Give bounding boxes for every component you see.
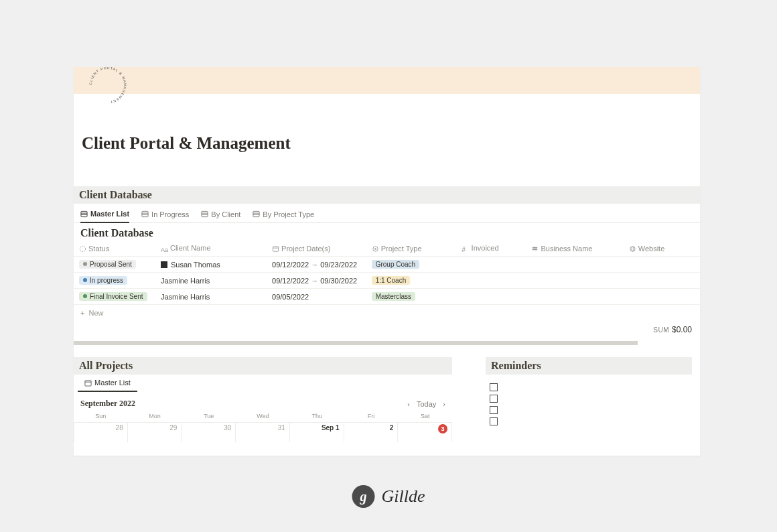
- table-icon: [201, 210, 208, 218]
- svg-text:CLIENT PORTAL & MANAGEMENT: CLIENT PORTAL & MANAGEMENT: [88, 67, 127, 105]
- table-header-row: StatusAaClient NameProject Date(s)Projec…: [74, 241, 700, 257]
- calendar-icon: [84, 379, 92, 387]
- page-title: Client Portal & Management: [82, 134, 700, 153]
- col-project-type[interactable]: Project Type: [366, 241, 457, 257]
- calendar-month-label: September 2022: [80, 399, 135, 409]
- new-row-button[interactable]: + New: [74, 305, 700, 321]
- watermark-text: Gillde: [382, 486, 425, 507]
- client-name-cell[interactable]: Susan Thomas: [155, 257, 267, 273]
- horizontal-scrollbar[interactable]: [74, 341, 638, 345]
- status-badge: Final Invoice Sent: [79, 292, 147, 301]
- table-icon: [80, 210, 88, 218]
- col-status[interactable]: Status: [74, 241, 155, 257]
- svg-rect-10: [253, 211, 259, 216]
- calendar-prev-button[interactable]: ‹: [407, 400, 410, 408]
- db-tab-in-progress[interactable]: In Progress: [141, 206, 189, 222]
- dow-label: Thu: [290, 411, 344, 422]
- column-icon: [79, 245, 86, 253]
- col-project-date-s-[interactable]: Project Date(s): [267, 241, 366, 257]
- page-icon: [161, 261, 167, 268]
- db-tab-master-list[interactable]: Master List: [80, 206, 129, 223]
- table-row[interactable]: In progressJasmine Harris09/12/2022→09/3…: [74, 273, 700, 289]
- client-name-cell[interactable]: Jasmine Harris: [155, 289, 267, 305]
- watermark-badge: g: [352, 485, 375, 508]
- svg-rect-1: [81, 211, 87, 216]
- calendar-next-button[interactable]: ›: [443, 400, 445, 408]
- calendar-today-button[interactable]: Today: [417, 400, 436, 408]
- table-icon: [141, 210, 149, 218]
- col-invoiced[interactable]: #Invoiced: [457, 241, 526, 257]
- client-name-cell[interactable]: Jasmine Harris: [155, 273, 267, 289]
- dow-label: Sun: [74, 411, 128, 422]
- client-database-section: Client Database Master ListIn ProgressBy…: [74, 186, 700, 345]
- reminder-checkbox[interactable]: [490, 395, 498, 403]
- project-type-badge: 1:1 Coach: [372, 276, 411, 285]
- svg-point-17: [374, 248, 376, 249]
- all-projects-section: All Projects Master List September 2022 …: [74, 357, 452, 442]
- column-icon: [629, 245, 636, 253]
- section-header-client-db: Client Database: [74, 186, 700, 204]
- col-client-name[interactable]: AaClient Name: [155, 241, 267, 257]
- calendar-day-cell[interactable]: Sep 1: [290, 422, 344, 442]
- calendar-day-cell[interactable]: 28: [74, 422, 128, 442]
- section-header-projects: All Projects: [74, 357, 452, 375]
- dow-label: Sat: [398, 411, 452, 422]
- client-table: StatusAaClient NameProject Date(s)Projec…: [74, 241, 700, 305]
- calendar-day-cell[interactable]: 30: [182, 422, 236, 442]
- logo-badge: CLIENT PORTAL & MANAGEMENT: [87, 67, 129, 106]
- date-cell[interactable]: 09/05/2022: [267, 289, 366, 305]
- date-cell[interactable]: 09/12/2022→09/23/2022: [267, 257, 366, 273]
- reminder-checkbox[interactable]: [490, 383, 498, 391]
- db-view-tabs: Master ListIn ProgressBy ClientBy Projec…: [74, 204, 700, 223]
- db-tab-by-project-type[interactable]: By Project Type: [253, 206, 314, 222]
- project-type-badge: Group Coach: [372, 260, 419, 269]
- col-website[interactable]: Website: [624, 241, 700, 257]
- logo-circle-icon: CLIENT PORTAL & MANAGEMENT: [87, 67, 129, 106]
- database-title: Client Database: [74, 223, 700, 241]
- reminders-section: Reminders: [486, 357, 700, 442]
- calendar-day-cell[interactable]: 2: [344, 422, 399, 442]
- column-icon: Aa: [161, 245, 168, 253]
- svg-rect-7: [202, 211, 208, 216]
- date-cell[interactable]: 09/12/2022→09/30/2022: [267, 273, 366, 289]
- header-banner: [74, 67, 700, 94]
- db-tab-by-client[interactable]: By Client: [201, 206, 240, 222]
- svg-rect-4: [142, 211, 148, 216]
- dow-label: Wed: [236, 411, 290, 422]
- column-icon: [372, 245, 379, 253]
- projects-view-tab-label: Master List: [94, 379, 131, 387]
- sum-row: SUM$0.00: [74, 321, 700, 341]
- svg-point-21: [632, 246, 634, 251]
- svg-rect-22: [85, 380, 91, 385]
- calendar-day-cell[interactable]: 3: [398, 422, 452, 442]
- svg-rect-14: [273, 246, 278, 251]
- app-window: CLIENT PORTAL & MANAGEMENT Client Portal…: [74, 67, 700, 456]
- table-row[interactable]: Final Invoice SentJasmine Harris09/05/20…: [74, 289, 700, 305]
- calendar-day-cell[interactable]: 29: [128, 422, 182, 442]
- column-icon: #: [462, 245, 470, 253]
- projects-view-tab[interactable]: Master List: [78, 375, 137, 392]
- dow-label: Fri: [344, 411, 399, 422]
- column-icon: [272, 245, 279, 253]
- svg-point-20: [630, 246, 635, 251]
- reminder-checkbox[interactable]: [490, 406, 498, 414]
- status-badge: Proposal Sent: [79, 260, 136, 269]
- dow-label: Mon: [128, 411, 182, 422]
- reminder-checkbox[interactable]: [490, 417, 498, 425]
- svg-point-13: [80, 246, 85, 251]
- table-icon: [253, 210, 260, 218]
- calendar-day-cell[interactable]: 31: [236, 422, 290, 442]
- svg-rect-19: [533, 249, 537, 250]
- column-icon: [531, 245, 539, 253]
- today-badge: 3: [438, 424, 447, 434]
- dow-label: Tue: [182, 411, 236, 422]
- status-badge: In progress: [79, 276, 127, 285]
- watermark: g Gillde: [352, 485, 425, 508]
- svg-rect-18: [533, 247, 537, 248]
- section-header-reminders: Reminders: [486, 357, 692, 375]
- project-type-badge: Masterclass: [372, 292, 415, 301]
- calendar-nav: ‹ Today ›: [407, 400, 445, 408]
- table-row[interactable]: Proposal SentSusan Thomas09/12/2022→09/2…: [74, 257, 700, 273]
- col-business-name[interactable]: Business Name: [526, 241, 623, 257]
